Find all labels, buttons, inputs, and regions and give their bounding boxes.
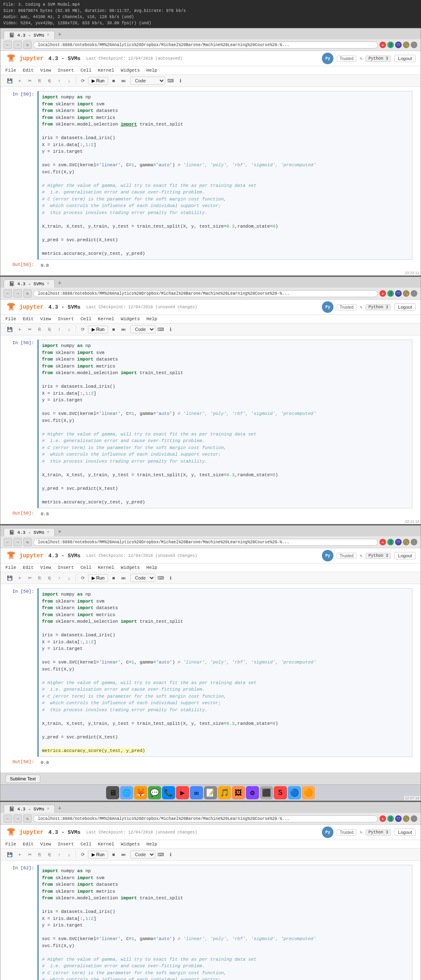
cell-code-1[interactable]: import numpy as np from sklearn import s… xyxy=(37,91,412,260)
cell-type-select-3[interactable]: Code xyxy=(130,574,155,582)
toolbar-keyboard-2[interactable]: ⌨ xyxy=(156,325,165,334)
run-btn-2[interactable]: ▶ Run xyxy=(88,326,108,333)
menu-cell-2[interactable]: Cell xyxy=(81,316,91,322)
toolbar-up-1[interactable]: ↑ xyxy=(55,76,64,85)
toolbar-paste-2[interactable]: ⎗ xyxy=(45,325,54,334)
browser-icon-shield-3[interactable]: 🛡 xyxy=(395,539,402,545)
nav-forward-2[interactable]: → xyxy=(14,289,22,298)
nav-forward-3[interactable]: → xyxy=(14,538,22,546)
toolbar-paste-4[interactable]: ⎗ xyxy=(45,850,54,859)
nav-refresh-2[interactable]: ↻ xyxy=(23,289,32,298)
menu-file-2[interactable]: File xyxy=(5,316,16,322)
toolbar-up-4[interactable]: ↑ xyxy=(55,850,64,859)
menu-help-2[interactable]: Help xyxy=(146,316,157,322)
toolbar-fast-3[interactable]: ⏭ xyxy=(119,573,128,582)
browser-icon-star-3[interactable]: ★ xyxy=(379,539,386,545)
toolbar-copy-1[interactable]: ⎘ xyxy=(35,76,44,85)
dock-icon-whatsapp[interactable]: 💬 xyxy=(148,786,161,799)
dock-icon-notes[interactable]: 📝 xyxy=(204,786,217,799)
trusted-btn-2[interactable]: Trusted xyxy=(337,304,356,310)
tab-close-4[interactable]: × xyxy=(47,807,49,811)
menu-edit-2[interactable]: Edit xyxy=(23,316,33,322)
toolbar-add-1[interactable]: + xyxy=(15,76,24,85)
tab-close-3[interactable]: × xyxy=(47,530,49,535)
dock-icon-sublime[interactable]: S xyxy=(274,786,287,799)
menu-cell-3[interactable]: Cell xyxy=(81,564,91,571)
trusted-btn-1[interactable]: Trusted xyxy=(337,56,356,62)
browser-icon-star-2[interactable]: ★ xyxy=(379,290,386,297)
address-input-4[interactable]: localhost:8888/notebooks/MM%20Analytics%… xyxy=(33,815,378,822)
menu-help-4[interactable]: Help xyxy=(146,841,157,847)
cell-code-4[interactable]: import numpy as np from sklearn import s… xyxy=(37,865,412,980)
tab-3[interactable]: 📓 4.3 - SVMs × xyxy=(4,528,55,536)
menu-insert-4[interactable]: Insert xyxy=(58,841,74,847)
cell-type-select-4[interactable]: Code xyxy=(130,850,155,859)
sublime-text-btn[interactable]: Sublime Text xyxy=(5,775,40,783)
toolbar-add-2[interactable]: + xyxy=(15,325,24,334)
browser-icon-menu-3[interactable]: ⋮ xyxy=(411,539,417,545)
menu-insert-1[interactable]: Insert xyxy=(58,67,74,74)
cell-type-select-1[interactable]: Code Markdown xyxy=(130,77,165,85)
run-btn-1[interactable]: ▶ Run xyxy=(88,77,108,85)
toolbar-cut-3[interactable]: ✂ xyxy=(25,573,34,582)
browser-icon-user-3[interactable]: 👤 xyxy=(387,539,394,545)
browser-icon-menu[interactable]: ⋮ xyxy=(411,42,417,48)
run-btn-4[interactable]: ▶ Run xyxy=(88,851,108,859)
toolbar-keyboard-4[interactable]: ⌨ xyxy=(156,850,165,859)
nav-back-3[interactable]: ← xyxy=(4,538,12,546)
browser-icon-star-4[interactable]: ★ xyxy=(379,815,386,822)
address-input-1[interactable]: localhost:8888/notebooks/MM%20Analytics%… xyxy=(33,42,378,49)
toolbar-cut-4[interactable]: ✂ xyxy=(25,850,34,859)
toolbar-stop-2[interactable]: ■ xyxy=(109,325,118,334)
browser-icon-star[interactable]: ★ xyxy=(379,42,386,48)
toolbar-add-4[interactable]: + xyxy=(15,850,24,859)
cell-code-2[interactable]: import numpy as np from sklearn import s… xyxy=(37,340,412,508)
tab-new-4[interactable]: + xyxy=(55,804,65,813)
logout-btn-4[interactable]: Logout xyxy=(394,829,416,836)
toolbar-cut-2[interactable]: ✂ xyxy=(25,325,34,334)
toolbar-info-2[interactable]: ℹ xyxy=(166,325,175,334)
menu-edit-4[interactable]: Edit xyxy=(23,841,33,847)
menu-widgets-1[interactable]: Widgets xyxy=(121,67,140,74)
toolbar-save-2[interactable]: 💾 xyxy=(5,325,14,334)
toolbar-info-4[interactable]: ℹ xyxy=(166,850,175,859)
toolbar-fast-2[interactable]: ⏭ xyxy=(119,325,128,334)
toolbar-down-4[interactable]: ↓ xyxy=(65,850,74,859)
nav-refresh-4[interactable]: ↻ xyxy=(23,815,32,823)
dock-icon-settings[interactable]: ⚙ xyxy=(246,786,259,799)
nav-refresh-3[interactable]: ↻ xyxy=(23,538,32,546)
menu-view-3[interactable]: View xyxy=(40,564,51,571)
tab-new-1[interactable]: + xyxy=(55,30,65,39)
menu-insert-3[interactable]: Insert xyxy=(58,564,74,571)
tab-new-2[interactable]: + xyxy=(55,279,65,288)
address-input-3[interactable]: localhost:8888/notebooks/MM%20Analytics%… xyxy=(33,539,378,546)
tab-1[interactable]: 📓 4.3 - SVMs × xyxy=(4,31,55,39)
menu-file-1[interactable]: File xyxy=(5,67,16,74)
tab-close-2[interactable]: × xyxy=(47,282,49,286)
toolbar-restart-2[interactable]: ⟳ xyxy=(78,325,87,334)
nav-refresh-1[interactable]: ↻ xyxy=(23,41,32,49)
run-btn-3[interactable]: ▶ Run xyxy=(88,574,108,582)
dock-icon-firefox[interactable]: 🦊 xyxy=(134,786,147,799)
toolbar-copy-3[interactable]: ⎘ xyxy=(35,573,44,582)
browser-icon-user[interactable]: 👤 xyxy=(387,42,394,48)
menu-view-2[interactable]: View xyxy=(40,316,51,322)
browser-icon-menu-2[interactable]: ⋮ xyxy=(411,290,417,297)
tab-2[interactable]: 📓 4.3 - SVMs × xyxy=(4,279,55,288)
toolbar-down-3[interactable]: ↓ xyxy=(65,573,74,582)
address-input-2[interactable]: localhost:8888/notebooks/MM%20Analytics%… xyxy=(33,290,378,297)
toolbar-up-3[interactable]: ↑ xyxy=(55,573,64,582)
toolbar-copy-4[interactable]: ⎘ xyxy=(35,850,44,859)
toolbar-paste-1[interactable]: ⎗ xyxy=(45,76,54,85)
menu-cell-1[interactable]: Cell xyxy=(81,67,91,74)
toolbar-keyboard-1[interactable]: ⌨ xyxy=(166,76,175,85)
toolbar-up-2[interactable]: ↑ xyxy=(55,325,64,334)
toolbar-info-3[interactable]: ℹ xyxy=(166,573,175,582)
toolbar-copy-2[interactable]: ⎘ xyxy=(35,325,44,334)
trusted-btn-4[interactable]: Trusted xyxy=(337,829,356,836)
menu-widgets-4[interactable]: Widgets xyxy=(121,841,140,847)
toolbar-keyboard-3[interactable]: ⌨ xyxy=(156,573,165,582)
dock-icon-mail[interactable]: ✉ xyxy=(190,786,203,799)
menu-widgets-2[interactable]: Widgets xyxy=(121,316,140,322)
browser-icon-user-2[interactable]: 👤 xyxy=(387,290,394,297)
